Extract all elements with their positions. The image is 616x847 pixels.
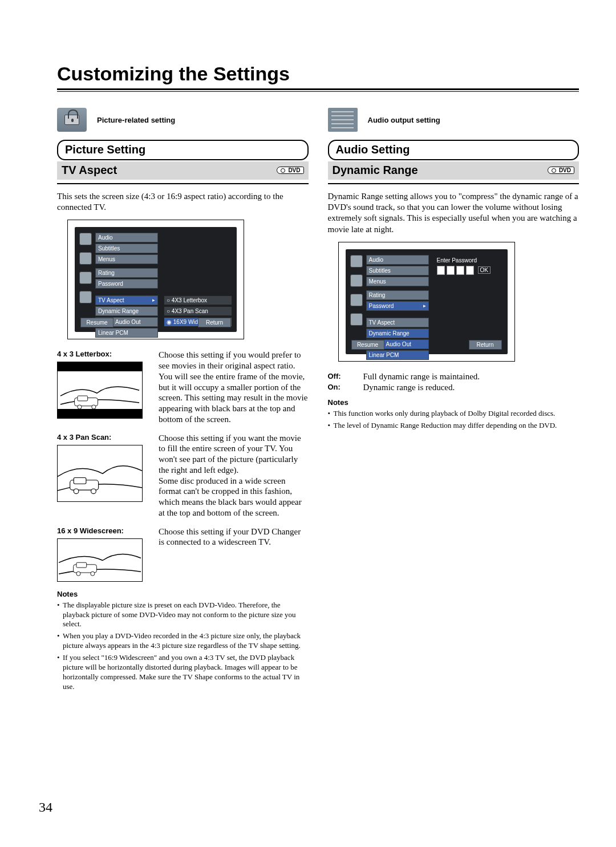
menu-item: Subtitles xyxy=(366,266,429,275)
menu-item-selected: Password xyxy=(366,301,429,311)
password-box xyxy=(437,266,445,275)
menu-item: Dynamic Range xyxy=(366,329,429,338)
password-box xyxy=(456,266,464,275)
tv-aspect-heading: TV Aspect xyxy=(62,164,117,177)
menu-item: Dynamic Range xyxy=(95,306,158,316)
widescreen-illustration xyxy=(57,538,143,582)
page-title: Customizing the Settings xyxy=(57,63,579,85)
panscan-label: 4 x 3 Pan Scan: xyxy=(57,433,143,441)
menu-item: TV Aspect xyxy=(366,318,429,327)
svg-rect-9 xyxy=(76,562,87,568)
widescreen-label: 16 x 9 Widescreen: xyxy=(57,526,143,535)
dvd-badge-icon: DVD xyxy=(548,167,574,174)
left-column: Picture-related setting Picture Setting … xyxy=(57,108,309,694)
dynamic-range-menu-screenshot: Audio Subtitles Menus Rating Password TV… xyxy=(338,242,515,362)
menu-item: Rating xyxy=(366,290,429,300)
menu-item: Audio xyxy=(95,233,158,242)
svg-point-11 xyxy=(91,572,95,576)
menu-item: Subtitles xyxy=(95,244,158,253)
picture-setting-heading: Picture Setting xyxy=(57,140,309,160)
svg-point-6 xyxy=(74,489,79,494)
dvd-badge-icon: DVD xyxy=(277,167,303,174)
svg-rect-1 xyxy=(78,396,88,401)
svg-point-7 xyxy=(91,489,96,494)
letterbox-label: 4 x 3 Letterbox: xyxy=(57,350,143,358)
svg-point-3 xyxy=(92,405,96,409)
menu-item: Linear PCM xyxy=(95,328,158,338)
divider xyxy=(57,183,309,184)
off-desc: Full dynamic range is maintained. xyxy=(363,372,579,382)
menu-return-button: Return xyxy=(198,318,231,327)
note-item: When you play a DVD-Video recorded in th… xyxy=(57,631,309,651)
svg-point-2 xyxy=(78,405,82,409)
menu-option: 4X3 Letterbox xyxy=(164,295,232,305)
dynamic-range-intro: Dynamic Range setting allows you to "com… xyxy=(328,191,579,235)
menu-item: Menus xyxy=(95,254,158,264)
note-item: The level of Dynamic Range Reduction may… xyxy=(328,421,579,431)
widescreen-desc: Choose this setting if your DVD Changer … xyxy=(159,526,309,582)
letterbox-illustration xyxy=(57,362,143,419)
lock-icon xyxy=(57,108,87,132)
audio-setting-heading: Audio Setting xyxy=(328,140,579,160)
password-ok: OK xyxy=(478,266,491,274)
menu-item: Menus xyxy=(366,277,429,286)
password-box xyxy=(466,266,474,275)
menu-item: Rating xyxy=(95,268,158,278)
right-column: Audio output setting Audio Setting Dynam… xyxy=(328,108,579,694)
panscan-desc: Choose this setting if you want the movi… xyxy=(159,433,309,518)
panscan-illustration xyxy=(57,445,143,502)
audio-icon-caption: Audio output setting xyxy=(368,116,440,124)
menu-return-button: Return xyxy=(469,340,502,350)
title-rule xyxy=(57,88,579,92)
note-item: The displayable picture size is preset o… xyxy=(57,601,309,630)
on-desc: Dynamic range is reduced. xyxy=(363,383,579,392)
password-box xyxy=(447,266,455,275)
note-item: This function works only during playback… xyxy=(328,409,579,419)
on-label: On: xyxy=(328,383,359,392)
notes-list: This function works only during playback… xyxy=(328,409,579,431)
notes-heading: Notes xyxy=(57,590,309,598)
menu-item-selected: TV Aspect xyxy=(95,295,158,305)
tv-aspect-intro: This sets the screen size (4:3 or 16:9 a… xyxy=(57,191,309,213)
notes-heading: Notes xyxy=(328,398,579,407)
notes-list: The displayable picture size is preset o… xyxy=(57,601,309,692)
menu-item: Password xyxy=(95,279,158,289)
dynamic-range-heading: Dynamic Range xyxy=(333,164,418,177)
note-item: If you select "16:9 Widescreen" and you … xyxy=(57,653,309,692)
menu-resume-button: Resume xyxy=(80,318,114,327)
audio-menu-icon xyxy=(328,108,358,132)
page-number: 34 xyxy=(39,800,52,815)
menu-item: Linear PCM xyxy=(366,350,429,360)
tv-aspect-menu-screenshot: Audio Subtitles Menus Rating Password TV… xyxy=(67,220,244,339)
divider xyxy=(328,183,579,184)
menu-option: 4X3 Pan Scan xyxy=(164,306,232,316)
letterbox-desc: Choose this setting if you would prefer … xyxy=(159,350,309,424)
picture-icon-caption: Picture-related setting xyxy=(97,116,175,124)
svg-rect-5 xyxy=(74,477,86,484)
off-label: Off: xyxy=(328,372,359,382)
svg-point-10 xyxy=(76,572,80,576)
menu-item: Audio xyxy=(366,255,429,265)
enter-password-label: Enter Password xyxy=(437,257,500,264)
menu-resume-button: Resume xyxy=(351,340,384,350)
